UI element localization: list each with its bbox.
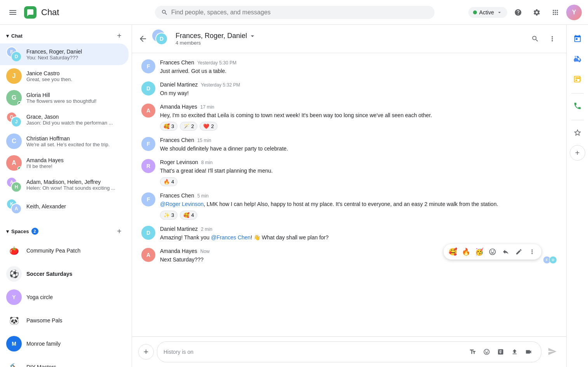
reaction-hugging2[interactable]: 🥰4 [180, 211, 197, 220]
message-header: Daniel Martinez Yesterday 5:32 PM [160, 81, 557, 88]
message-group: A Amanda Hayes 17 min Hey, I'm so excite… [141, 104, 557, 131]
reaction-party[interactable]: 🪄2 [180, 122, 197, 131]
phone-icon-button[interactable] [570, 98, 585, 114]
reactions-group: 🔥4 [160, 177, 557, 186]
input-icons [466, 346, 535, 358]
top-bar: Chat Active Y [0, 0, 588, 25]
mention-frances[interactable]: @Frances Chen [211, 234, 251, 241]
message-text: Amazing! Thank you @Frances Chen! 👋 What… [160, 234, 557, 242]
chevron-down-icon [496, 9, 503, 16]
spaces-section-header[interactable]: ▾ Spaces 2 + [0, 220, 132, 239]
emoji-insert-button[interactable] [480, 346, 493, 358]
message-group: R Roger Levinson 8 min That's a great id… [141, 159, 557, 186]
chat-header: F D Frances, Roger, Daniel 4 members [132, 25, 566, 53]
chat-item-keith-alexander[interactable]: K A Keith, Alexander [0, 196, 129, 217]
star-icon-button[interactable] [570, 125, 585, 140]
reaction-heart[interactable]: ❤️2 [200, 122, 217, 131]
react-fire-button[interactable]: 🔥 [460, 246, 472, 258]
message-content: Daniel Martinez 2 min Amazing! Thank you… [160, 226, 557, 242]
search-input[interactable] [171, 9, 429, 16]
more-options-button[interactable] [545, 31, 560, 47]
avatar: D [141, 81, 155, 95]
messages-container[interactable]: F Frances Chen Yesterday 5:30 PM Just ar… [132, 53, 566, 336]
space-item-diy-masters[interactable]: 🔨 DIY Masters [0, 355, 129, 367]
avatar: A [141, 104, 155, 118]
active-status-badge[interactable]: Active [468, 7, 507, 18]
avatar: R [141, 159, 155, 173]
drive-icon-button[interactable] [570, 51, 585, 67]
add-sidebar-widget-button[interactable]: + [570, 145, 585, 161]
add-attachment-button[interactable]: + [138, 344, 154, 360]
top-bar-left: Chat [6, 6, 138, 19]
chat-section-header[interactable]: ▾ Chat + [0, 25, 132, 43]
message-group: F Frances Chen 5 min @Roger Levinson, LM… [141, 192, 557, 220]
new-space-button[interactable]: + [113, 225, 125, 237]
chat-item-janice[interactable]: J Janice Castro Great, see you then. [0, 65, 129, 87]
space-icon: 🍅 [6, 243, 22, 258]
avatar: J [6, 68, 22, 84]
message-group: D Daniel Martinez 2 min Amazing! Thank y… [141, 226, 557, 242]
group-avatar: F D [6, 47, 22, 62]
space-icon: 🔨 [6, 359, 22, 367]
calendar-icon-button[interactable] [570, 31, 585, 47]
message-content: Frances Chen 15 min We should definitely… [160, 137, 557, 153]
reaction-fire[interactable]: 🔥4 [160, 177, 177, 186]
chat-info: Amanda Hayes I'll be there! [26, 157, 122, 169]
reaction-sparkle[interactable]: ✨3 [160, 211, 177, 220]
tasks-icon-button[interactable] [570, 71, 585, 87]
message-header: Frances Chen 15 min [160, 137, 557, 143]
chat-area: F D Frances, Roger, Daniel 4 members [132, 25, 566, 367]
format-text-button[interactable] [466, 346, 479, 358]
chat-item-gloria[interactable]: G Gloria Hill The flowers were so though… [0, 87, 129, 109]
space-item-soccer-saturdays[interactable]: ⚽ Soccer Saturdays [0, 262, 129, 286]
back-button[interactable] [138, 34, 148, 43]
space-icon: M [6, 336, 22, 351]
space-item-community-pea-patch[interactable]: 🍅 Community Pea Patch [0, 239, 129, 262]
svg-rect-2 [9, 14, 16, 15]
sidebar-divider [571, 93, 584, 93]
reply-button[interactable] [499, 246, 512, 258]
edit-button[interactable] [513, 246, 525, 258]
space-item-yoga-circle[interactable]: Y Yoga circle [0, 286, 129, 309]
message-input-box[interactable]: History is on [157, 341, 541, 362]
reaction-hugging[interactable]: 🥰3 [160, 122, 177, 131]
gif-button[interactable] [494, 346, 507, 358]
chat-title[interactable]: Frances, Roger, Daniel [176, 32, 523, 40]
user-avatar[interactable]: Y [566, 5, 582, 20]
react-party-button[interactable]: 🥳 [473, 246, 485, 258]
title-chevron-icon [249, 32, 256, 40]
help-button[interactable] [510, 5, 526, 20]
message-group-last: A Amanda Hayes Now Next Saturday??? 🥰 🔥 … [141, 248, 557, 264]
message-header: Amanda Hayes 17 min [160, 104, 557, 110]
space-item-pawsome-pals[interactable]: 🐼 Pawsome Pals [0, 309, 129, 332]
chat-item-frances-roger-daniel[interactable]: F D Frances, Roger, Daniel You: Next Sat… [0, 43, 129, 65]
group-avatar: G J [6, 112, 22, 127]
space-icon: Y [6, 289, 22, 305]
apps-button[interactable] [548, 5, 563, 20]
chat-item-amanda[interactable]: A Amanda Hayes I'll be there! [0, 152, 129, 174]
input-placeholder: History is on [164, 349, 193, 355]
avatar: F [141, 192, 155, 206]
video-call-button[interactable] [522, 346, 535, 358]
hamburger-menu[interactable] [6, 7, 19, 18]
search-bar[interactable] [155, 6, 435, 19]
new-chat-button[interactable]: + [113, 29, 125, 42]
message-group: D Daniel Martinez Yesterday 5:32 PM On m… [141, 81, 557, 97]
search-messages-button[interactable] [527, 31, 543, 47]
spaces-section-title: ▾ Spaces 2 [6, 228, 38, 235]
settings-button[interactable] [529, 5, 545, 20]
more-actions-button[interactable] [526, 246, 538, 258]
avatar: A [141, 248, 155, 262]
mention-roger[interactable]: @Roger Levinson [160, 201, 204, 207]
react-hugging-button[interactable]: 🥰 [447, 246, 459, 258]
header-actions [527, 31, 560, 47]
chat-item-christian[interactable]: C Christian Hoffman We're all set. He's … [0, 130, 129, 152]
chat-item-adam-group[interactable]: A H Adam, Madison, Helen, Jeffrey Helen:… [0, 174, 129, 196]
upload-button[interactable] [508, 346, 521, 358]
emoji-picker-button[interactable] [486, 246, 499, 258]
send-button[interactable] [545, 344, 560, 360]
space-item-monroe-family[interactable]: M Monroe family [0, 332, 129, 355]
chat-item-grace-jason[interactable]: G J Grace, Jason Jason: Did you watch th… [0, 109, 129, 130]
online-indicator [17, 166, 21, 170]
members-count: 4 members [176, 40, 523, 46]
